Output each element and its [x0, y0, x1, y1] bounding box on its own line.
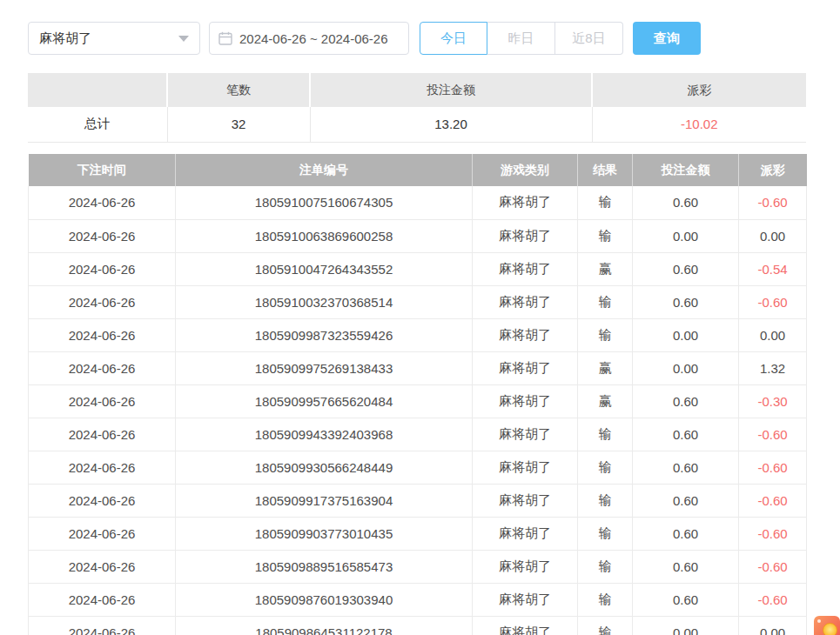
bet-time-cell: 2024-06-26 [29, 186, 176, 219]
payout-cell: -0.60 [739, 484, 807, 517]
summary-total-label: 总计 [28, 107, 167, 142]
bet-time-cell: 2024-06-26 [29, 418, 176, 451]
date-range-value: 2024-06-26 ~ 2024-06-26 [239, 31, 388, 46]
bet-amount-cell: 0.00 [633, 351, 739, 384]
payout-cell: 1.32 [739, 351, 807, 384]
quick-range-group: 今日 昨日 近8日 [420, 22, 623, 55]
bet-amount-cell: 0.60 [633, 550, 739, 583]
game-type-cell: 麻将胡了 [473, 186, 578, 219]
table-row: 2024-06-261805909943392403968麻将胡了输0.60-0… [29, 418, 807, 451]
yesterday-button[interactable]: 昨日 [487, 22, 555, 55]
calendar-icon [218, 31, 232, 45]
widget-dot [817, 619, 821, 623]
result-cell: 输 [578, 219, 633, 252]
table-row: 2024-06-261805909975269138433麻将胡了赢0.001.… [29, 351, 807, 384]
table-row: 2024-06-261805910047264343552麻将胡了赢0.60-0… [29, 252, 807, 285]
coin-icon [823, 623, 837, 635]
result-cell: 输 [578, 318, 633, 351]
filter-bar: 麻将胡了 2024-06-26 ~ 2024-06-26 今日 昨日 近8日 查… [28, 22, 701, 55]
bet-id-cell: 1805909987323559426 [176, 318, 473, 351]
table-row: 2024-06-261805909957665620484麻将胡了赢0.60-0… [29, 384, 807, 418]
payout-cell: 0.00 [739, 219, 807, 252]
bet-time-cell: 2024-06-26 [29, 451, 176, 484]
summary-header-row: 笔数 投注金额 派彩 [28, 73, 806, 107]
column-header-bet-time-cell: 下注时间 [29, 154, 176, 186]
query-button[interactable]: 查询 [633, 22, 701, 55]
bet-table-body: 2024-06-261805910075160674305麻将胡了输0.60-0… [29, 186, 807, 635]
result-cell: 赢 [578, 384, 633, 418]
payout-cell: -0.60 [739, 517, 807, 550]
bet-id-cell: 1805909943392403968 [176, 418, 473, 451]
bet-id-cell: 1805910032370368514 [176, 285, 473, 318]
bet-id-cell: 1805909903773010435 [176, 517, 473, 550]
game-type-cell: 麻将胡了 [473, 583, 578, 616]
floating-coin-widget[interactable] [814, 616, 840, 635]
result-cell: 输 [578, 285, 633, 318]
column-header-bet-id-cell: 注单编号 [176, 154, 473, 186]
payout-cell: -0.60 [739, 451, 807, 484]
summary-header-empty [28, 73, 167, 107]
bet-time-cell: 2024-06-26 [29, 517, 176, 550]
bet-id-cell: 1805909917375163904 [176, 484, 473, 517]
table-row: 2024-06-261805910063869600258麻将胡了输0.000.… [29, 219, 807, 252]
result-cell: 输 [578, 583, 633, 616]
game-select-value: 麻将胡了 [39, 30, 91, 47]
game-select[interactable]: 麻将胡了 [28, 22, 200, 55]
payout-cell: -0.60 [739, 583, 807, 616]
bet-amount-cell: 0.00 [633, 219, 739, 252]
table-row: 2024-06-261805909917375163904麻将胡了输0.60-0… [29, 484, 807, 517]
bet-time-cell: 2024-06-26 [29, 219, 176, 252]
result-cell: 输 [578, 484, 633, 517]
bet-id-cell: 1805909930566248449 [176, 451, 473, 484]
bet-time-cell: 2024-06-26 [29, 384, 176, 418]
bet-amount-cell: 0.60 [633, 285, 739, 318]
last8days-button[interactable]: 近8日 [555, 22, 623, 55]
payout-cell: -0.30 [739, 384, 807, 418]
bet-amount-cell: 0.60 [633, 583, 739, 616]
bet-records-table: 下注时间注单编号游戏类别结果投注金额派彩 2024-06-26180591007… [28, 154, 807, 635]
result-cell: 输 [578, 616, 633, 635]
bet-time-cell: 2024-06-26 [29, 550, 176, 583]
bet-amount-cell: 0.00 [633, 616, 739, 635]
game-type-cell: 麻将胡了 [473, 616, 578, 635]
game-type-cell: 麻将胡了 [473, 252, 578, 285]
date-range-picker[interactable]: 2024-06-26 ~ 2024-06-26 [209, 22, 409, 55]
bet-amount-cell: 0.00 [633, 318, 739, 351]
game-type-cell: 麻将胡了 [473, 484, 578, 517]
result-cell: 赢 [578, 351, 633, 384]
payout-cell: -0.60 [739, 186, 807, 219]
today-button[interactable]: 今日 [420, 22, 487, 55]
bet-time-cell: 2024-06-26 [29, 616, 176, 635]
bet-id-cell: 1805909864531122178 [176, 616, 473, 635]
bet-amount-cell: 0.60 [633, 384, 739, 418]
result-cell: 输 [578, 451, 633, 484]
summary-header-count: 笔数 [167, 73, 310, 107]
payout-cell: 0.00 [739, 616, 807, 635]
game-type-cell: 麻将胡了 [473, 285, 578, 318]
table-row: 2024-06-261805909889516585473麻将胡了输0.60-0… [29, 550, 807, 583]
bet-id-cell: 1805910063869600258 [176, 219, 473, 252]
summary-payout-value: -10.02 [592, 107, 806, 142]
table-row: 2024-06-261805910075160674305麻将胡了输0.60-0… [29, 186, 807, 219]
bet-time-cell: 2024-06-26 [29, 583, 176, 616]
bet-id-cell: 1805910047264343552 [176, 252, 473, 285]
bet-amount-cell: 0.60 [633, 418, 739, 451]
game-type-cell: 麻将胡了 [473, 384, 578, 418]
bet-amount-cell: 0.60 [633, 484, 739, 517]
bet-amount-cell: 0.60 [633, 252, 739, 285]
bet-id-cell: 1805909889516585473 [176, 550, 473, 583]
payout-cell: -0.60 [739, 550, 807, 583]
game-type-cell: 麻将胡了 [473, 219, 578, 252]
bet-time-cell: 2024-06-26 [29, 318, 176, 351]
result-cell: 输 [578, 186, 633, 219]
result-cell: 输 [578, 550, 633, 583]
summary-count-value: 32 [167, 107, 310, 142]
column-header-bet-amount-cell: 投注金额 [633, 154, 739, 186]
bet-time-cell: 2024-06-26 [29, 285, 176, 318]
table-row: 2024-06-261805909876019303940麻将胡了输0.60-0… [29, 583, 807, 616]
result-cell: 输 [578, 418, 633, 451]
column-header-result-cell: 结果 [578, 154, 633, 186]
column-header-payout-cell: 派彩 [739, 154, 807, 186]
bet-records-page: 记录 麻将胡了 2024-06-26 ~ 2024-06-26 今日 昨日 近8… [0, 0, 840, 635]
game-type-cell: 麻将胡了 [473, 418, 578, 451]
